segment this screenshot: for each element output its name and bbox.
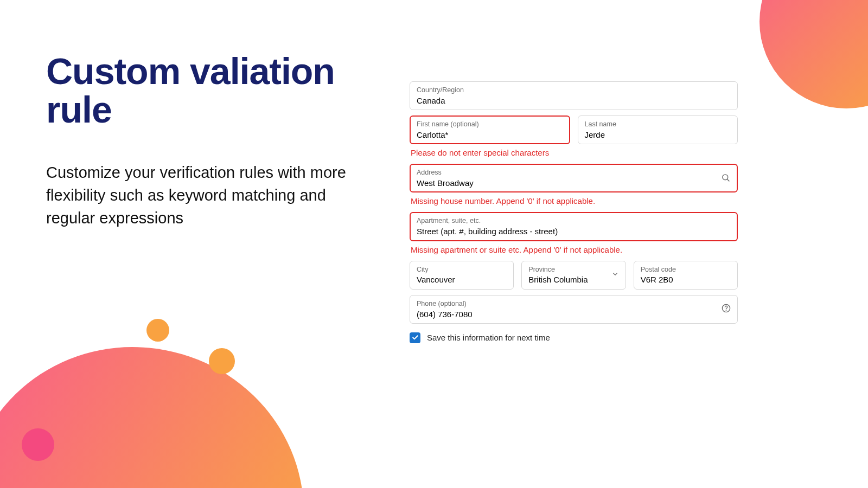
city-field[interactable]: City Vancouver: [410, 261, 514, 290]
province-label: Province: [528, 265, 618, 274]
save-info-checkbox[interactable]: [410, 332, 420, 343]
province-value: British Columbia: [528, 274, 618, 285]
search-icon: [721, 173, 730, 184]
province-field[interactable]: Province British Columbia: [521, 261, 626, 290]
first-name-value: Carlotta*: [417, 130, 563, 140]
address-label: Address: [417, 168, 731, 177]
country-label: Country/Region: [417, 86, 731, 95]
apartment-label: Apartment, suite, etc.: [417, 216, 731, 226]
country-value: Canada: [417, 95, 731, 106]
decoration-dot: [22, 428, 54, 461]
address-form: Country/Region Canada First name (option…: [410, 81, 738, 343]
address-field[interactable]: Address West Broadway: [410, 164, 738, 192]
first-name-field[interactable]: First name (optional) Carlotta*: [410, 115, 570, 144]
postal-label: Postal code: [641, 265, 731, 274]
decoration-bottom-left: [0, 347, 304, 488]
postal-field[interactable]: Postal code V6R 2B0: [634, 261, 738, 290]
svg-line-1: [727, 179, 729, 181]
help-icon[interactable]: [722, 304, 731, 314]
city-value: Vancouver: [417, 274, 507, 285]
country-field[interactable]: Country/Region Canada: [410, 81, 738, 110]
last-name-field[interactable]: Last name Jerde: [578, 115, 738, 144]
save-info-label: Save this information for next time: [427, 333, 550, 342]
page-subtitle: Customize your verification rules with m…: [46, 161, 372, 229]
last-name-value: Jerde: [585, 130, 731, 140]
address-error: Missing house number. Append '0' if not …: [411, 196, 738, 206]
apartment-field[interactable]: Apartment, suite, etc. Street (apt. #, b…: [410, 212, 738, 241]
apartment-value: Street (apt. #, building address - stree…: [417, 226, 731, 237]
address-value: West Broadway: [417, 178, 731, 189]
decoration-dot: [209, 348, 235, 374]
phone-field[interactable]: Phone (optional) (604) 736-7080: [410, 295, 738, 324]
phone-value: (604) 736-7080: [417, 309, 731, 320]
svg-point-3: [726, 310, 726, 311]
apartment-error: Missing apartment or suite etc. Append '…: [411, 245, 738, 254]
chevron-down-icon: [611, 271, 619, 280]
first-name-error: Please do not enter special characters: [411, 148, 738, 157]
city-label: City: [417, 265, 507, 274]
decoration-top-right: [760, 0, 868, 108]
postal-value: V6R 2B0: [641, 274, 731, 285]
page-title: Custom valiation rule: [46, 52, 372, 130]
first-name-label: First name (optional): [417, 120, 563, 129]
phone-label: Phone (optional): [417, 299, 731, 309]
last-name-label: Last name: [585, 120, 731, 129]
decoration-dot: [146, 319, 169, 342]
